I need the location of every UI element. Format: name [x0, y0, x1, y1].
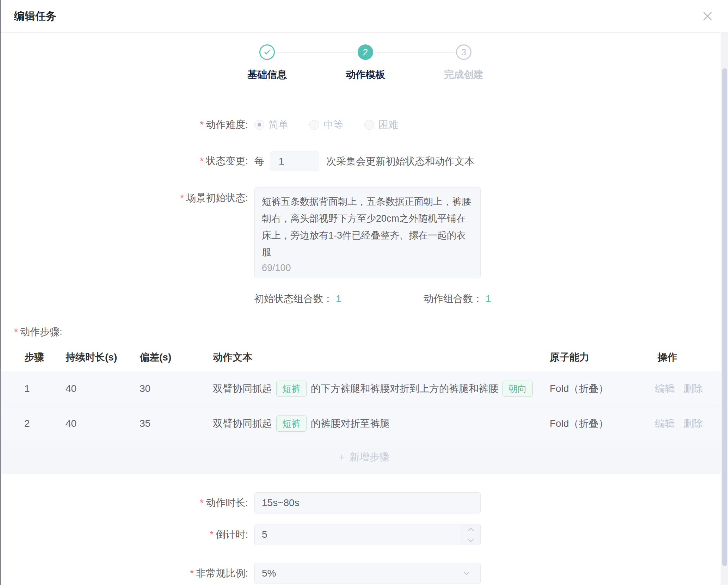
delete-link[interactable]: 删除 [683, 371, 703, 406]
scrollbar-track[interactable] [721, 33, 728, 585]
plus-icon: + [339, 451, 345, 463]
countdown-input[interactable]: 5 [254, 524, 481, 545]
edit-link[interactable]: 编辑 [655, 371, 675, 406]
dialog-header: 编辑任务 [0, 0, 728, 33]
col-ability: 原子能力 [550, 348, 589, 371]
step-3-number: 3 [461, 47, 466, 58]
unusual-ratio-select[interactable]: 5% [254, 563, 481, 584]
state-change-label: *状态变更: [106, 154, 248, 168]
add-step-button[interactable]: + 新增步骤 [0, 440, 728, 474]
cell-ability: Fold（折叠） [550, 371, 608, 406]
state-change-input[interactable]: 1 [270, 152, 319, 171]
table-row: 1 40 30 双臂协同抓起 短裤 的下方裤腿和裤腰对折到上方的裤腿和裤腰 朝向… [0, 371, 728, 406]
orientation-tag: 朝向 [502, 381, 533, 397]
step-2-label: 动作模板 [323, 68, 408, 81]
required-mark: * [200, 497, 204, 508]
action-steps-label: *动作步骤: [14, 325, 62, 339]
chevron-up-icon [468, 528, 474, 534]
radio-icon [309, 120, 319, 130]
chevron-down-icon [468, 536, 474, 542]
spinner-up-button[interactable] [461, 524, 480, 535]
cell-deviation: 35 [140, 406, 150, 441]
step-2-circle: 2 [358, 44, 373, 60]
delete-link[interactable]: 删除 [683, 406, 703, 441]
action-combo-value: 1 [486, 293, 491, 304]
radio-selected-icon [254, 120, 264, 130]
edit-link[interactable]: 编辑 [655, 406, 675, 441]
initial-state-label: *场景初始状态: [106, 191, 248, 205]
state-change-prefix: 每 [254, 155, 264, 168]
cell-step: 2 [24, 406, 30, 441]
unusual-ratio-label: *非常规比例: [106, 566, 248, 580]
step-connector-1 [276, 52, 357, 53]
step-3-circle: 3 [456, 44, 471, 60]
close-button[interactable] [701, 10, 714, 23]
countdown-spinner [461, 524, 481, 545]
table-row: 2 40 35 双臂协同抓起 短裤 的裤腰对折至裤腿 Fold（折叠） 编辑 删… [0, 406, 728, 441]
dialog-title: 编辑任务 [14, 9, 56, 24]
initial-state-textarea[interactable]: 短裤五条数据背面朝上，五条数据正面朝上，裤腰朝右，离头部视野下方至少20cm之外… [254, 187, 481, 278]
add-step-label: 新增步骤 [350, 450, 389, 464]
object-tag: 短裤 [276, 415, 307, 432]
state-change-suffix: 次采集会更新初始状态和动作文本 [326, 155, 474, 168]
radio-icon [364, 120, 374, 130]
difficulty-radio-group: 简单 中等 困难 [254, 118, 398, 132]
cell-ability: Fold（折叠） [550, 406, 608, 441]
object-tag: 短裤 [276, 381, 307, 397]
cell-step: 1 [24, 371, 30, 406]
edit-task-dialog: 编辑任务 2 3 基础信息 动作模板 完成创建 *动作难度: 简单 中等 [0, 0, 728, 585]
initial-combo-value: 1 [336, 293, 341, 304]
step-2-number: 2 [363, 47, 368, 58]
cell-deviation: 30 [140, 371, 150, 406]
initial-combo-count: 初始状态组合数：1 [254, 292, 341, 306]
countdown-label: *倒计时: [106, 528, 248, 542]
initial-state-text: 短裤五条数据背面朝上，五条数据正面朝上，裤腰朝右，离头部视野下方至少20cm之外… [262, 193, 473, 261]
scrollbar-thumb[interactable] [722, 68, 727, 566]
cell-action-text: 双臂协同抓起 短裤 的下方裤腿和裤腰对折到上方的裤腿和裤腰 朝向 [213, 371, 537, 406]
radio-option-medium[interactable]: 中等 [309, 118, 343, 131]
check-icon [263, 48, 271, 56]
required-mark: * [200, 155, 204, 166]
required-mark: * [190, 568, 194, 579]
cell-duration: 40 [66, 371, 76, 406]
radio-label: 简单 [269, 118, 288, 131]
step-connector-2 [375, 52, 455, 53]
table-header: 步骤 持续时长(s) 偏差(s) 动作文本 原子能力 操作 [0, 348, 728, 371]
radio-option-hard[interactable]: 困难 [364, 118, 398, 131]
difficulty-label: *动作难度: [106, 118, 248, 132]
cell-action-text: 双臂协同抓起 短裤 的裤腰对折至裤腿 [213, 406, 390, 441]
state-change-row: 每 1 次采集会更新初始状态和动作文本 [254, 151, 474, 172]
col-step: 步骤 [24, 348, 44, 371]
required-mark: * [14, 326, 18, 337]
col-duration: 持续时长(s) [66, 348, 117, 371]
step-1-label: 基础信息 [225, 68, 309, 81]
step-3-label: 完成创建 [421, 68, 506, 81]
cell-duration: 40 [66, 406, 76, 441]
action-combo-count: 动作组合数：1 [424, 292, 491, 306]
action-duration-input[interactable]: 15s~80s [254, 492, 481, 513]
radio-label: 中等 [323, 118, 343, 131]
spinner-down-button[interactable] [461, 535, 480, 545]
action-duration-label: *动作时长: [106, 496, 248, 510]
char-counter: 69/100 [262, 263, 291, 273]
col-ops: 操作 [658, 348, 677, 371]
required-mark: * [210, 529, 214, 540]
required-mark: * [180, 192, 184, 203]
col-text: 动作文本 [213, 348, 252, 371]
page-left-edge [0, 0, 1, 585]
step-1-circle [259, 44, 275, 60]
col-deviation: 偏差(s) [140, 348, 171, 371]
radio-option-easy[interactable]: 简单 [254, 118, 288, 131]
required-mark: * [200, 119, 204, 130]
radio-label: 困难 [378, 118, 398, 131]
close-icon [701, 10, 714, 23]
